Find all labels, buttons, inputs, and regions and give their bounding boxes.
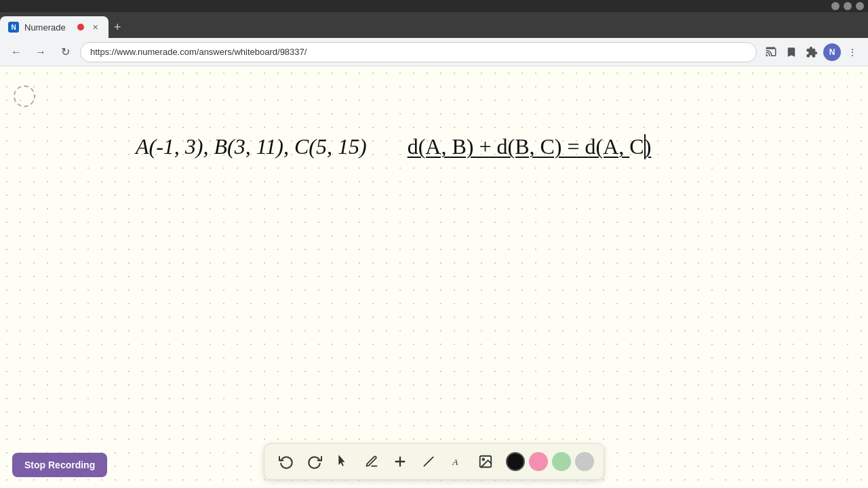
eraser-tool-button[interactable]	[416, 449, 441, 474]
stop-recording-button[interactable]: Stop Recording	[12, 453, 107, 477]
math-points: A(-1, 3), B(3, 11), C(5, 15)	[136, 134, 367, 159]
svg-point-7	[482, 458, 484, 460]
svg-text:A: A	[452, 457, 458, 467]
menu-button[interactable]: ⋮	[844, 43, 861, 61]
svg-text:N: N	[11, 24, 16, 31]
tab-bar: N Numerade ✕ +	[0, 12, 868, 38]
whiteboard-canvas[interactable]: A(-1, 3), B(3, 11), C(5, 15) d(A, B) + d…	[0, 66, 868, 488]
tab-close-button[interactable]: ✕	[90, 22, 100, 33]
back-button[interactable]: ←	[7, 43, 26, 62]
color-light-gray[interactable]	[575, 452, 594, 471]
bottom-toolbar: A	[264, 443, 604, 480]
cursor-indicator	[14, 85, 35, 107]
image-tool-button[interactable]	[473, 449, 498, 474]
maximize-button[interactable]	[844, 2, 852, 10]
url-input[interactable]	[80, 42, 757, 62]
svg-line-4	[424, 457, 433, 466]
refresh-button[interactable]: ↻	[56, 43, 75, 62]
color-pink[interactable]	[529, 452, 548, 471]
color-black[interactable]	[506, 452, 525, 471]
undo-button[interactable]	[274, 449, 298, 474]
profile-avatar[interactable]: N	[823, 43, 841, 61]
cursor-position: C	[629, 134, 644, 159]
select-tool-button[interactable]	[331, 449, 355, 474]
address-bar: ← → ↻ N ⋮	[0, 38, 868, 66]
new-tab-button[interactable]: +	[108, 16, 127, 38]
active-tab[interactable]: N Numerade ✕	[0, 16, 108, 38]
math-content-area: A(-1, 3), B(3, 11), C(5, 15) d(A, B) + d…	[136, 134, 651, 159]
recording-indicator	[77, 24, 84, 30]
browser-title-bar	[0, 0, 868, 12]
color-mint[interactable]	[552, 452, 571, 471]
bookmark-button[interactable]	[783, 43, 800, 61]
text-tool-button[interactable]: A	[445, 449, 469, 474]
minimize-button[interactable]	[831, 2, 840, 10]
add-tool-button[interactable]	[388, 449, 412, 474]
cast-button[interactable]	[762, 43, 780, 61]
redo-button[interactable]	[302, 449, 327, 474]
close-window-button[interactable]	[856, 2, 864, 10]
extensions-button[interactable]	[803, 43, 821, 61]
math-equation: d(A, B) + d(B, C) = d(A, C)	[408, 134, 652, 159]
forward-button[interactable]: →	[31, 43, 50, 62]
numerade-favicon: N	[8, 22, 19, 33]
pen-tool-button[interactable]	[359, 449, 384, 474]
tab-title: Numerade	[24, 22, 72, 33]
browser-toolbar-icons: N ⋮	[762, 43, 861, 61]
